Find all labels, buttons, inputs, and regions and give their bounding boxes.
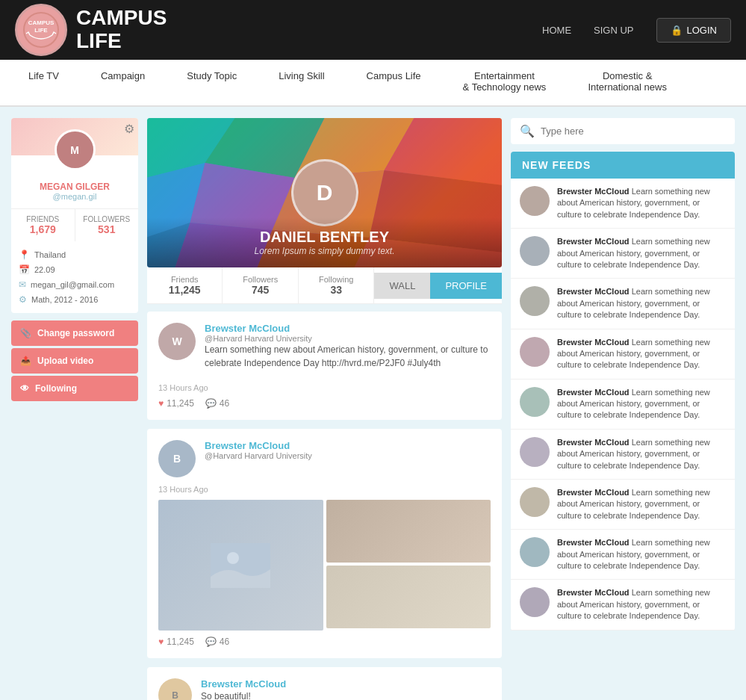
feed-text-8: Brewster McCloud Learn something new abo… (557, 537, 726, 572)
feed-text-5: Brewster McCloud Learn something new abo… (557, 387, 726, 421)
lock-icon: 🔒 (671, 25, 683, 36)
search-icon: 🔍 (520, 124, 535, 138)
sidebar: M ⚙ MEGAN GILGER @megan.gil FRIENDS 1,67… (11, 118, 138, 700)
like-action-2[interactable]: ♥ 11,245 (158, 636, 194, 647)
post-image-top-right (326, 500, 491, 563)
navbar-item-life-tv[interactable]: Life TV (7, 60, 80, 105)
feed-avatar-5 (520, 387, 550, 417)
cover-subtitle: Lorem Ipsum is simply dummy text. (162, 246, 487, 256)
heart-icon-1: ♥ (158, 398, 164, 409)
stats-row: FRIENDS 1,679 FOLLOWERS 531 (11, 208, 138, 241)
post-author-name-1: Brewster McCloud (205, 323, 491, 334)
feed-avatar-1 (520, 186, 550, 216)
navbar-item-campus-life[interactable]: Campus Life (346, 60, 442, 105)
post-card-2: B Brewster McCloud @Harvard Harvard Univ… (147, 429, 502, 658)
feed-item-1: Brewster McCloud Learn something new abo… (511, 179, 735, 229)
post-card-1: W Brewster McCloud @Harvard Harvard Univ… (147, 312, 502, 420)
post-header-1: W Brewster McCloud @Harvard Harvard Univ… (158, 323, 491, 376)
post-header-2: B Brewster McCloud @Harvard Harvard Univ… (158, 440, 491, 477)
feed-item-4: Brewster McCloud Learn something new abo… (511, 329, 735, 380)
education-row: ⚙ Math, 2012 - 2016 (19, 292, 131, 307)
login-button[interactable]: 🔒 LOGIN (656, 18, 731, 43)
key-icon: 📎 (20, 328, 31, 338)
comment-icon-2: 💬 (205, 636, 217, 647)
wall-tab[interactable]: WALL (374, 273, 430, 299)
svg-text:CAMPUS: CAMPUS (28, 19, 55, 26)
feed-text-7: Brewster McCloud Learn something new abo… (557, 487, 726, 521)
post-avatar-2: B (158, 440, 196, 477)
svg-point-16 (227, 552, 239, 564)
header-nav: HOME SIGN UP 🔒 LOGIN (542, 18, 731, 43)
email-row: ✉ megan_gil@gmail.com (19, 277, 131, 292)
post-body-3: So beautiful! (201, 690, 286, 700)
post-actions-2: ♥ 11,245 💬 46 (158, 636, 491, 647)
location-icon: 📍 (19, 250, 30, 260)
time-row: 📅 22.09 (19, 262, 131, 277)
search-box: 🔍 (511, 118, 735, 144)
feed-text-9: Brewster McCloud Learn something new abo… (557, 587, 726, 622)
following-button[interactable]: 👁 Following (11, 376, 138, 401)
feed-item-6: Brewster McCloud Learn something new abo… (511, 430, 735, 480)
post-avatar-3: B (158, 678, 192, 700)
profile-followers-stat: Followers 745 (223, 267, 298, 303)
followers-stat: FOLLOWERS 531 (75, 209, 139, 241)
cover-overlay: DANIEL BENTLEY Lorem Ipsum is simply dum… (147, 217, 502, 267)
feed-text-4: Brewster McCloud Learn something new abo… (557, 337, 726, 371)
feed-item-9: Brewster McCloud Learn something new abo… (511, 580, 735, 630)
feeds-panel: NEW FEEDS Brewster McCloud Learn somethi… (511, 152, 735, 631)
navbar-item-study-topic[interactable]: Study Topic (166, 60, 258, 105)
tab-buttons: WALL PROFILE (374, 273, 502, 299)
site-title: CAMPUS LIFE (76, 7, 167, 53)
header: CAMPUS LIFE CAMPUS LIFE HOME SIGN UP 🔒 L… (0, 0, 746, 60)
feed-avatar-9 (520, 587, 550, 617)
svg-text:LIFE: LIFE (34, 27, 48, 34)
post-header-3: B Brewster McCloud So beautiful! 4 Hours… (158, 678, 491, 700)
navbar-item-domestic[interactable]: Domestic & International news (567, 60, 688, 105)
post-avatar-1: W (158, 323, 196, 360)
comment-action-2[interactable]: 💬 46 (205, 636, 229, 647)
right-panel: 🔍 NEW FEEDS Brewster McCloud Learn somet… (511, 118, 735, 700)
post-images-2 (158, 500, 491, 631)
location-row: 📍 Thailand (19, 247, 131, 262)
search-input[interactable] (541, 126, 726, 137)
comment-action-1[interactable]: 💬 46 (205, 398, 229, 409)
feed-item-3: Brewster McCloud Learn something new abo… (511, 279, 735, 329)
change-password-button[interactable]: 📎 Change password (11, 320, 138, 346)
post-author-info-3: Brewster McCloud So beautiful! 4 Hours A… (201, 678, 286, 700)
profile-section: D DANIEL BENTLEY Lorem Ipsum is simply d… (147, 118, 502, 700)
profile-tab[interactable]: PROFILE (430, 273, 502, 299)
profile-name: MEGAN GILGER (19, 182, 131, 192)
post-body-1: Learn something new about American histo… (205, 343, 491, 370)
navbar-item-living-skill[interactable]: Living Skill (258, 60, 345, 105)
nav-home[interactable]: HOME (542, 25, 571, 36)
feed-item-8: Brewster McCloud Learn something new abo… (511, 530, 735, 580)
feed-text-6: Brewster McCloud Learn something new abo… (557, 437, 726, 471)
sidebar-avatar: M (55, 129, 96, 170)
profile-stats-bar: Friends 11,245 Followers 745 Following 3… (147, 267, 502, 304)
logo-icon: CAMPUS LIFE (15, 4, 67, 56)
calendar-icon: 📅 (19, 264, 30, 275)
upload-video-button[interactable]: 📤 Upload video (11, 348, 138, 374)
post-author-info-2: Brewster McCloud @Harvard Harvard Univer… (205, 440, 312, 460)
post-handle-1: @Harvard Harvard University (205, 334, 491, 343)
heart-icon-2: ♥ (158, 636, 164, 647)
settings-icon[interactable]: ⚙ (124, 122, 134, 136)
post-time-1: 13 Hours Ago (158, 383, 491, 392)
logo-area: CAMPUS LIFE CAMPUS LIFE (15, 4, 167, 56)
navbar-item-entertainment[interactable]: Entertainment & Technology news (442, 60, 568, 105)
eye-icon: 👁 (20, 383, 29, 394)
feed-text-3: Brewster McCloud Learn something new abo… (557, 286, 726, 320)
navbar-item-campaign[interactable]: Campaign (80, 60, 166, 105)
like-action-1[interactable]: ♥ 11,245 (158, 398, 194, 409)
profile-friends-stat: Friends 11,245 (147, 267, 223, 303)
profile-details: 📍 Thailand 📅 22.09 ✉ megan_gil@gmail.com… (11, 241, 138, 313)
feed-avatar-2 (520, 236, 550, 266)
main-content: M ⚙ MEGAN GILGER @megan.gil FRIENDS 1,67… (0, 107, 746, 700)
post-author-name-2: Brewster McCloud (205, 440, 312, 451)
post-time-2: 13 Hours Ago (158, 485, 491, 494)
post-image-bottom-right (326, 566, 491, 628)
post-actions-1: ♥ 11,245 💬 46 (158, 398, 491, 409)
nav-signup[interactable]: SIGN UP (594, 25, 633, 36)
comment-icon-1: 💬 (205, 398, 217, 409)
upload-icon: 📤 (20, 356, 31, 366)
